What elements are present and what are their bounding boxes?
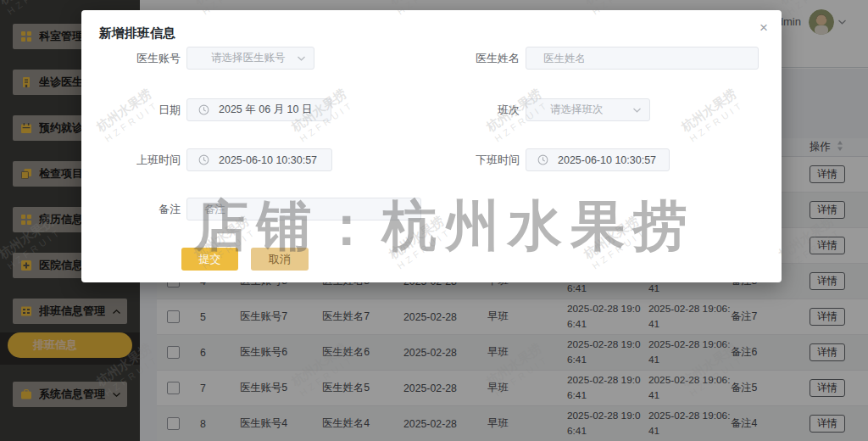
date-picker[interactable]: 2025 年 06 月 10 日 xyxy=(186,98,331,121)
end-time-picker[interactable]: 2025-06-10 10:30:57 xyxy=(526,148,670,171)
shift-select[interactable]: 请选择班次 xyxy=(526,98,650,121)
doctor-account-label: 医生账号 xyxy=(87,51,181,66)
doctor-account-select[interactable]: 请选择医生账号 xyxy=(186,47,314,70)
remark-input[interactable] xyxy=(186,198,421,220)
submit-button[interactable]: 提交 xyxy=(181,248,238,271)
cancel-button[interactable]: 取消 xyxy=(251,248,309,271)
clock-icon xyxy=(198,154,209,165)
clock-icon xyxy=(198,104,209,115)
start-time-label: 上班时间 xyxy=(87,153,181,168)
shift-label: 班次 xyxy=(426,103,520,118)
field-remark: 备注 xyxy=(87,198,421,220)
doctor-name-label: 医生姓名 xyxy=(426,51,520,66)
start-time-picker[interactable]: 2025-06-10 10:30:57 xyxy=(186,148,332,171)
clock-icon xyxy=(537,154,548,165)
close-icon[interactable]: × xyxy=(760,20,768,35)
screen: 科室管理坐诊医生管理预约就诊管理检查项目管理病历信息管理医院信息管理排班信息管理… xyxy=(0,0,868,441)
add-schedule-modal: 新增排班信息 × 医生账号 请选择医生账号 医生姓名 日期 2025 年 06 … xyxy=(81,10,782,282)
field-end-time: 下班时间 2025-06-10 10:30:57 xyxy=(426,148,670,171)
remark-label: 备注 xyxy=(87,202,181,217)
date-label: 日期 xyxy=(87,103,181,118)
end-time-label: 下班时间 xyxy=(426,153,520,168)
field-date: 日期 2025 年 06 月 10 日 xyxy=(87,98,331,121)
field-doctor-name: 医生姓名 xyxy=(426,47,759,70)
field-shift: 班次 请选择班次 xyxy=(426,98,650,121)
doctor-name-input[interactable] xyxy=(526,47,759,70)
field-start-time: 上班时间 2025-06-10 10:30:57 xyxy=(87,148,332,171)
chevron-down-icon xyxy=(633,108,641,113)
modal-title: 新增排班信息 xyxy=(99,25,175,42)
chevron-down-icon xyxy=(298,56,305,61)
modal-buttons: 提交 取消 xyxy=(181,248,309,271)
field-doctor-account: 医生账号 请选择医生账号 xyxy=(87,47,314,70)
